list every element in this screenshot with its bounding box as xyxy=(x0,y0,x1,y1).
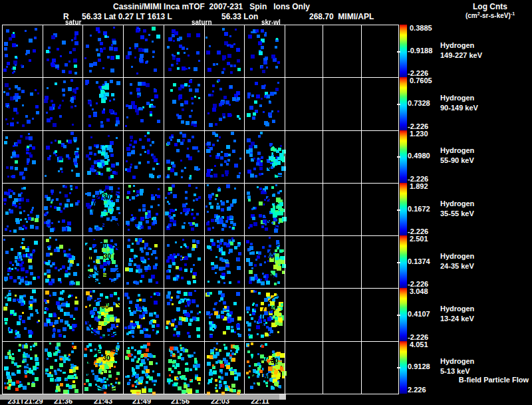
grid-line xyxy=(2,235,399,236)
colorbar-mid-tick xyxy=(397,156,400,158)
grid-line xyxy=(2,183,399,184)
column-top-label: skr-wl xyxy=(261,19,281,26)
scatter-canvas xyxy=(0,0,532,405)
contour-label: 30 xyxy=(267,253,274,260)
colorbar-row-3 xyxy=(400,130,407,183)
contour-label: 60 xyxy=(263,372,271,380)
colorbar-mid-tick xyxy=(397,51,400,53)
contour-label: 30 xyxy=(103,194,110,201)
grid-line xyxy=(323,25,323,394)
grid-line xyxy=(244,25,245,394)
contour-label: 30 xyxy=(104,253,111,260)
bottom-scan-bar xyxy=(0,394,279,400)
column-top-label: saturn xyxy=(192,19,212,26)
colorbar-row-4 xyxy=(400,183,407,235)
colorbar-mid-tick xyxy=(397,367,400,368)
grid-line xyxy=(123,25,124,394)
cassini-mimi-inca-figure: Cassini/MIMI Inca mTOF 2007-231 Spin Ion… xyxy=(0,0,532,405)
grid-line xyxy=(2,130,399,131)
grid-line xyxy=(2,288,399,289)
grid-line xyxy=(361,25,362,394)
grid-line xyxy=(2,25,3,394)
grid-line xyxy=(82,25,83,394)
colorbar-row-5 xyxy=(400,235,407,288)
grid-line xyxy=(164,25,164,394)
colorbar-mid-tick xyxy=(397,209,400,211)
colorbar-mid-tick xyxy=(397,315,400,316)
contour-label: 30 xyxy=(268,198,275,205)
grid-line xyxy=(43,25,43,394)
grid-line xyxy=(204,25,205,394)
colorbar-row-1 xyxy=(400,25,407,77)
contour-label: 30 xyxy=(103,354,110,362)
contour-label: 30 xyxy=(101,303,108,310)
grid-line xyxy=(2,394,399,394)
grid-line xyxy=(2,341,399,342)
contour-label: 30 xyxy=(100,242,107,249)
colorbar-row-7 xyxy=(400,341,407,394)
grid-line xyxy=(2,77,399,78)
colorbar-row-2 xyxy=(400,77,407,130)
column-top-label: satur xyxy=(65,19,81,26)
colorbar-row-6 xyxy=(400,288,407,340)
grid-line xyxy=(285,25,285,394)
contour-label: 30 xyxy=(265,150,272,158)
contour-label: 30 xyxy=(271,357,278,364)
bottom-scan-bar-cap xyxy=(279,394,286,400)
colorbar-mid-tick xyxy=(397,104,400,105)
contour-label: 30 xyxy=(269,305,276,313)
colorbar-mid-tick xyxy=(397,262,400,263)
